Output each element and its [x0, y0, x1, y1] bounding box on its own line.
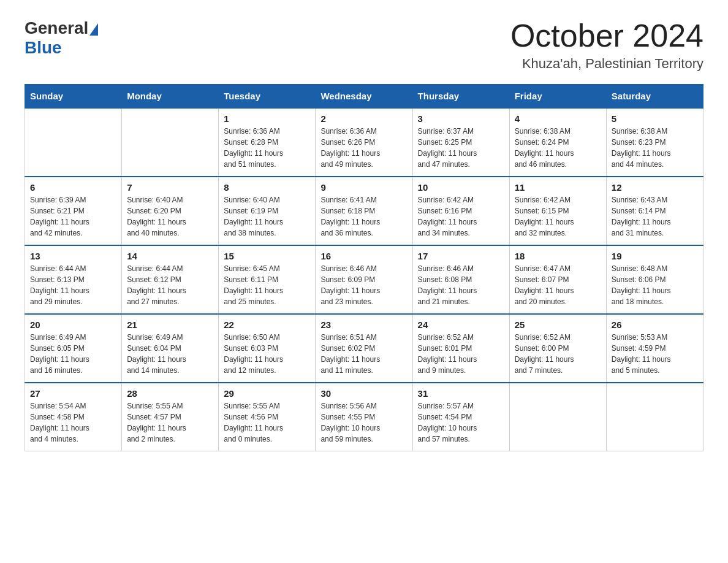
day-number: 22 — [224, 320, 310, 330]
day-info: Sunrise: 6:49 AM Sunset: 6:04 PM Dayligh… — [127, 332, 213, 376]
location-subtitle: Khuza'ah, Palestinian Territory — [510, 56, 703, 72]
day-info: Sunrise: 6:36 AM Sunset: 6:26 PM Dayligh… — [320, 126, 407, 170]
day-number: 5 — [612, 113, 698, 124]
calendar-cell: 14Sunrise: 6:44 AM Sunset: 6:12 PM Dayli… — [122, 245, 219, 314]
day-number: 4 — [515, 113, 601, 124]
page-header: General Blue October 2024 Khuza'ah, Pale… — [25, 18, 703, 72]
title-block: October 2024 Khuza'ah, Palestinian Terri… — [510, 18, 703, 72]
calendar-cell: 8Sunrise: 6:40 AM Sunset: 6:19 PM Daylig… — [219, 177, 316, 245]
day-number: 15 — [224, 251, 310, 261]
calendar-cell: 3Sunrise: 6:37 AM Sunset: 6:25 PM Daylig… — [412, 108, 509, 177]
day-number: 25 — [515, 320, 601, 330]
day-number: 21 — [127, 320, 213, 330]
calendar-cell — [509, 383, 606, 451]
day-info: Sunrise: 5:56 AM Sunset: 4:55 PM Dayligh… — [320, 400, 407, 445]
calendar-cell: 22Sunrise: 6:50 AM Sunset: 6:03 PM Dayli… — [219, 314, 316, 383]
calendar-cell — [122, 108, 219, 177]
day-info: Sunrise: 5:54 AM Sunset: 4:58 PM Dayligh… — [30, 400, 116, 445]
calendar-cell: 4Sunrise: 6:38 AM Sunset: 6:24 PM Daylig… — [509, 108, 606, 177]
calendar-cell: 7Sunrise: 6:40 AM Sunset: 6:20 PM Daylig… — [122, 177, 219, 245]
day-number: 3 — [418, 113, 504, 124]
day-info: Sunrise: 5:55 AM Sunset: 4:57 PM Dayligh… — [127, 400, 213, 445]
calendar-cell: 26Sunrise: 5:53 AM Sunset: 4:59 PM Dayli… — [606, 314, 703, 383]
day-number: 10 — [418, 182, 504, 193]
day-info: Sunrise: 6:44 AM Sunset: 6:12 PM Dayligh… — [127, 263, 213, 307]
day-info: Sunrise: 6:52 AM Sunset: 6:00 PM Dayligh… — [515, 332, 601, 376]
day-info: Sunrise: 6:46 AM Sunset: 6:08 PM Dayligh… — [418, 263, 504, 307]
day-number: 28 — [127, 388, 213, 399]
calendar-cell: 29Sunrise: 5:55 AM Sunset: 4:56 PM Dayli… — [219, 383, 316, 451]
day-info: Sunrise: 6:51 AM Sunset: 6:02 PM Dayligh… — [320, 332, 407, 376]
week-row-4: 27Sunrise: 5:54 AM Sunset: 4:58 PM Dayli… — [25, 383, 703, 451]
day-info: Sunrise: 6:40 AM Sunset: 6:20 PM Dayligh… — [127, 194, 213, 239]
day-number: 31 — [418, 388, 504, 399]
day-number: 2 — [320, 113, 407, 124]
day-number: 8 — [224, 182, 310, 193]
calendar-cell: 30Sunrise: 5:56 AM Sunset: 4:55 PM Dayli… — [316, 383, 412, 451]
day-info: Sunrise: 6:38 AM Sunset: 6:23 PM Dayligh… — [612, 126, 698, 170]
calendar-cell: 2Sunrise: 6:36 AM Sunset: 6:26 PM Daylig… — [316, 108, 412, 177]
calendar-cell: 27Sunrise: 5:54 AM Sunset: 4:58 PM Dayli… — [25, 383, 122, 451]
calendar-cell: 9Sunrise: 6:41 AM Sunset: 6:18 PM Daylig… — [316, 177, 412, 245]
week-row-2: 13Sunrise: 6:44 AM Sunset: 6:13 PM Dayli… — [25, 245, 703, 314]
day-number: 14 — [127, 251, 213, 261]
calendar-cell: 28Sunrise: 5:55 AM Sunset: 4:57 PM Dayli… — [122, 383, 219, 451]
logo-arrow-icon — [89, 23, 98, 36]
weekday-header-friday: Friday — [509, 85, 606, 109]
day-number: 17 — [418, 251, 504, 261]
calendar-cell: 1Sunrise: 6:36 AM Sunset: 6:28 PM Daylig… — [219, 108, 316, 177]
day-info: Sunrise: 6:41 AM Sunset: 6:18 PM Dayligh… — [320, 194, 407, 239]
day-number: 26 — [612, 320, 698, 330]
calendar-cell: 16Sunrise: 6:46 AM Sunset: 6:09 PM Dayli… — [316, 245, 412, 314]
day-info: Sunrise: 6:42 AM Sunset: 6:15 PM Dayligh… — [515, 194, 601, 239]
day-number: 30 — [320, 388, 407, 399]
day-info: Sunrise: 6:36 AM Sunset: 6:28 PM Dayligh… — [224, 126, 310, 170]
day-number: 16 — [320, 251, 407, 261]
calendar-cell: 6Sunrise: 6:39 AM Sunset: 6:21 PM Daylig… — [25, 177, 122, 245]
day-info: Sunrise: 5:57 AM Sunset: 4:54 PM Dayligh… — [418, 400, 504, 445]
day-info: Sunrise: 6:45 AM Sunset: 6:11 PM Dayligh… — [224, 263, 310, 307]
day-number: 20 — [30, 320, 116, 330]
day-number: 11 — [515, 182, 601, 193]
day-info: Sunrise: 6:38 AM Sunset: 6:24 PM Dayligh… — [515, 126, 601, 170]
logo-general-text: General — [25, 18, 88, 38]
day-info: Sunrise: 6:46 AM Sunset: 6:09 PM Dayligh… — [320, 263, 407, 307]
calendar-cell: 19Sunrise: 6:48 AM Sunset: 6:06 PM Dayli… — [606, 245, 703, 314]
day-info: Sunrise: 5:53 AM Sunset: 4:59 PM Dayligh… — [612, 332, 698, 376]
day-info: Sunrise: 5:55 AM Sunset: 4:56 PM Dayligh… — [224, 400, 310, 445]
calendar-cell: 15Sunrise: 6:45 AM Sunset: 6:11 PM Dayli… — [219, 245, 316, 314]
weekday-header-thursday: Thursday — [412, 85, 509, 109]
day-info: Sunrise: 6:44 AM Sunset: 6:13 PM Dayligh… — [30, 263, 116, 307]
logo-blue-text: Blue — [25, 38, 62, 58]
day-info: Sunrise: 6:48 AM Sunset: 6:06 PM Dayligh… — [612, 263, 698, 307]
calendar-cell: 11Sunrise: 6:42 AM Sunset: 6:15 PM Dayli… — [509, 177, 606, 245]
day-info: Sunrise: 6:40 AM Sunset: 6:19 PM Dayligh… — [224, 194, 310, 239]
day-info: Sunrise: 6:43 AM Sunset: 6:14 PM Dayligh… — [612, 194, 698, 239]
day-info: Sunrise: 6:39 AM Sunset: 6:21 PM Dayligh… — [30, 194, 116, 239]
day-info: Sunrise: 6:42 AM Sunset: 6:16 PM Dayligh… — [418, 194, 504, 239]
calendar-cell: 24Sunrise: 6:52 AM Sunset: 6:01 PM Dayli… — [412, 314, 509, 383]
calendar-cell: 17Sunrise: 6:46 AM Sunset: 6:08 PM Dayli… — [412, 245, 509, 314]
day-number: 7 — [127, 182, 213, 193]
day-number: 1 — [224, 113, 310, 124]
day-number: 18 — [515, 251, 601, 261]
day-number: 23 — [320, 320, 407, 330]
weekday-header-row: SundayMondayTuesdayWednesdayThursdayFrid… — [25, 85, 703, 109]
calendar-cell: 21Sunrise: 6:49 AM Sunset: 6:04 PM Dayli… — [122, 314, 219, 383]
weekday-header-saturday: Saturday — [606, 85, 703, 109]
month-title: October 2024 — [510, 18, 703, 53]
calendar-cell: 20Sunrise: 6:49 AM Sunset: 6:05 PM Dayli… — [25, 314, 122, 383]
day-number: 27 — [30, 388, 116, 399]
week-row-1: 6Sunrise: 6:39 AM Sunset: 6:21 PM Daylig… — [25, 177, 703, 245]
week-row-3: 20Sunrise: 6:49 AM Sunset: 6:05 PM Dayli… — [25, 314, 703, 383]
calendar-cell — [606, 383, 703, 451]
day-number: 29 — [224, 388, 310, 399]
weekday-header-monday: Monday — [122, 85, 219, 109]
day-number: 9 — [320, 182, 407, 193]
calendar-cell — [25, 108, 122, 177]
day-number: 6 — [30, 182, 116, 193]
day-info: Sunrise: 6:52 AM Sunset: 6:01 PM Dayligh… — [418, 332, 504, 376]
logo: General Blue — [25, 18, 98, 58]
day-number: 19 — [612, 251, 698, 261]
calendar-cell: 31Sunrise: 5:57 AM Sunset: 4:54 PM Dayli… — [412, 383, 509, 451]
